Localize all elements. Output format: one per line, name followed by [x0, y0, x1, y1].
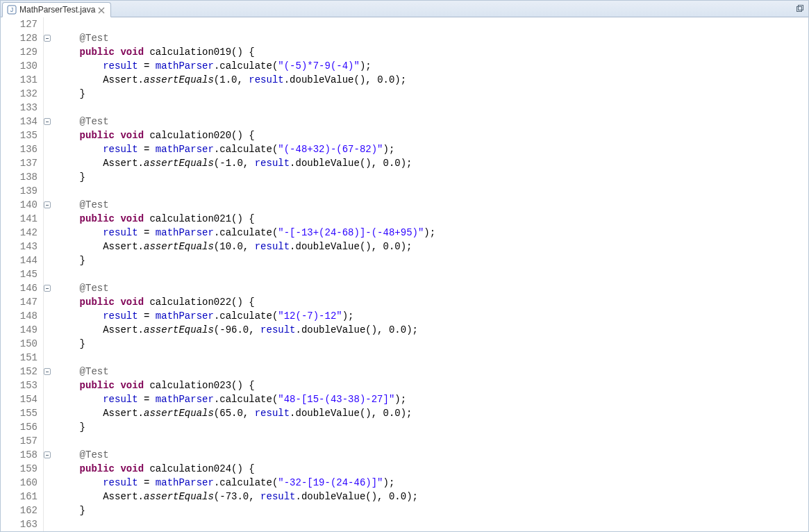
code-line[interactable]: Assert.assertEquals(-73.0, result.double… — [56, 490, 808, 504]
code-line[interactable]: } — [56, 253, 808, 267]
code-line[interactable]: public void calculation020() { — [56, 128, 808, 142]
line-number[interactable]: 142 — [1, 226, 37, 240]
line-number[interactable]: 145 — [1, 267, 37, 281]
code-line[interactable]: @Test — [56, 281, 808, 295]
code-line[interactable] — [56, 184, 808, 198]
code-line[interactable]: } — [56, 420, 808, 434]
code-line[interactable]: } — [56, 87, 808, 101]
code-line[interactable]: public void calculation022() { — [56, 295, 808, 309]
line-number[interactable]: 162 — [1, 504, 37, 517]
fold-toggle-icon[interactable] — [44, 285, 51, 292]
code-line[interactable] — [56, 351, 808, 365]
line-number[interactable]: 127 — [1, 17, 37, 31]
line-number[interactable]: 154 — [1, 392, 37, 406]
code-line[interactable]: result = mathParser.calculate("-32-[19-(… — [56, 476, 808, 490]
fold-toggle-icon[interactable] — [44, 118, 51, 125]
code-line[interactable]: result = mathParser.calculate("48-[15-(4… — [56, 392, 808, 406]
fold-strip[interactable] — [43, 17, 51, 531]
line-number[interactable]: 134 — [1, 115, 37, 128]
line-number[interactable]: 151 — [1, 351, 37, 365]
line-number[interactable]: 133 — [1, 101, 37, 115]
line-number[interactable]: 147 — [1, 295, 37, 309]
line-number[interactable]: 157 — [1, 434, 37, 448]
code-line[interactable] — [56, 267, 808, 281]
code-line[interactable]: result = mathParser.calculate("(-48+32)-… — [56, 142, 808, 156]
code-line[interactable]: } — [56, 337, 808, 351]
code-line[interactable]: Assert.assertEquals(10.0, result.doubleV… — [56, 240, 808, 253]
line-number[interactable]: 160 — [1, 476, 37, 490]
line-number[interactable]: 144 — [1, 253, 37, 267]
line-number[interactable]: 135 — [1, 128, 37, 142]
line-number[interactable]: 143 — [1, 240, 37, 253]
editor-tab-active[interactable]: J MathParserTest.java — [2, 2, 111, 17]
line-number[interactable]: 159 — [1, 462, 37, 476]
line-number[interactable]: 153 — [1, 379, 37, 392]
line-number[interactable]: 155 — [1, 406, 37, 420]
code-line[interactable]: } — [56, 170, 808, 184]
line-number[interactable]: 150 — [1, 337, 37, 351]
editor-toolbar-right — [794, 3, 806, 14]
code-line[interactable]: @Test — [56, 115, 808, 128]
code-line[interactable]: @Test — [56, 31, 808, 45]
line-number[interactable]: 161 — [1, 490, 37, 504]
code-line[interactable]: result = mathParser.calculate("(-5)*7-9(… — [56, 59, 808, 73]
code-line[interactable]: Assert.assertEquals(-1.0, result.doubleV… — [56, 156, 808, 170]
line-number-gutter[interactable]: 1271281291301311321331341351361371381391… — [1, 17, 44, 531]
line-number[interactable]: 132 — [1, 87, 37, 101]
code-line[interactable]: } — [56, 504, 808, 517]
code-line[interactable] — [56, 17, 808, 31]
fold-toggle-icon[interactable] — [44, 451, 51, 458]
line-number[interactable]: 148 — [1, 309, 37, 323]
java-file-icon: J — [7, 5, 17, 15]
code-line[interactable]: @Test — [56, 448, 808, 462]
code-line[interactable]: public void calculation021() { — [56, 212, 808, 226]
code-line[interactable]: Assert.assertEquals(65.0, result.doubleV… — [56, 406, 808, 420]
line-number[interactable]: 130 — [1, 59, 37, 73]
code-line[interactable]: public void calculation023() { — [56, 379, 808, 392]
code-line[interactable]: @Test — [56, 365, 808, 379]
code-line[interactable]: public void calculation024() { — [56, 462, 808, 476]
tab-filename: MathParserTest.java — [19, 5, 95, 15]
line-number[interactable]: 137 — [1, 156, 37, 170]
line-number[interactable]: 158 — [1, 448, 37, 462]
line-number[interactable]: 128 — [1, 31, 37, 45]
code-area[interactable]: @Test public void calculation019() { res… — [44, 17, 808, 531]
svg-rect-2 — [797, 7, 802, 12]
code-line[interactable]: @Test — [56, 198, 808, 212]
line-number[interactable]: 136 — [1, 142, 37, 156]
line-number[interactable]: 149 — [1, 323, 37, 337]
fold-toggle-icon[interactable] — [44, 35, 51, 42]
code-line[interactable] — [56, 517, 808, 531]
fold-toggle-icon[interactable] — [44, 201, 51, 208]
code-line[interactable]: result = mathParser.calculate("-[-13+(24… — [56, 226, 808, 240]
line-number[interactable]: 140 — [1, 198, 37, 212]
code-line[interactable] — [56, 101, 808, 115]
fold-toggle-icon[interactable] — [44, 368, 51, 375]
line-number[interactable]: 129 — [1, 45, 37, 59]
line-number[interactable]: 163 — [1, 517, 37, 531]
line-number[interactable]: 131 — [1, 73, 37, 87]
code-line[interactable]: result = mathParser.calculate("12(-7)-12… — [56, 309, 808, 323]
line-number[interactable]: 146 — [1, 281, 37, 295]
restore-icon[interactable] — [794, 3, 806, 14]
code-line[interactable]: Assert.assertEquals(-96.0, result.double… — [56, 323, 808, 337]
code-line[interactable] — [56, 434, 808, 448]
code-editor: 1271281291301311321331341351361371381391… — [1, 17, 808, 531]
line-number[interactable]: 141 — [1, 212, 37, 226]
code-line[interactable]: public void calculation019() { — [56, 45, 808, 59]
line-number[interactable]: 152 — [1, 365, 37, 379]
line-number[interactable]: 156 — [1, 420, 37, 434]
line-number[interactable]: 139 — [1, 184, 37, 198]
svg-text:J: J — [10, 6, 14, 13]
code-line[interactable]: Assert.assertEquals(1.0, result.doubleVa… — [56, 73, 808, 87]
close-icon[interactable] — [98, 6, 105, 13]
svg-rect-3 — [799, 6, 803, 10]
line-number[interactable]: 138 — [1, 170, 37, 184]
editor-tabbar: J MathParserTest.java — [1, 1, 808, 17]
